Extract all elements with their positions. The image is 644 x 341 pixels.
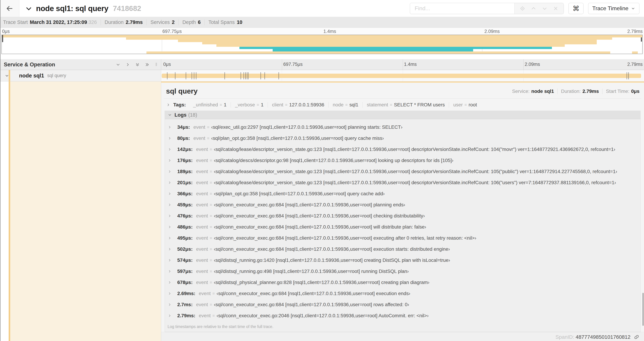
equals-sign: =: [345, 102, 348, 107]
log-event-marker: [247, 72, 247, 79]
log-row[interactable]: 495μs:event=‹sql/conn_executor_exec.go:6…: [165, 232, 640, 244]
tag-item: node=sql1: [328, 102, 362, 108]
tick-label: 0μs: [2, 29, 10, 34]
trace-collapse-chevron[interactable]: [25, 5, 32, 12]
equals-sign: =: [210, 302, 212, 307]
chevron-right-icon: [168, 192, 174, 196]
equals-sign: =: [285, 102, 288, 107]
detail-meta-label: Service:: [512, 89, 530, 94]
minimap-span-bar: [178, 40, 597, 42]
log-field-key: event: [196, 169, 208, 174]
log-field-value: ‹sql/catalog/lease/descriptor_version_st…: [214, 180, 616, 185]
column-resize-grip[interactable]: ‖: [155, 62, 158, 67]
detail-left-gutter: [0, 82, 161, 341]
deep-link-icon[interactable]: [634, 334, 640, 340]
log-field-value: ‹sql/distsql_running.go:498 [nsql1,clien…: [214, 269, 409, 274]
span-timeline-cell[interactable]: [161, 70, 644, 81]
span-detail-meta: Service:node sql1Duration:2.79msStart Ti…: [512, 89, 640, 94]
logs-label: Logs: [174, 112, 186, 118]
log-row[interactable]: 597μs:event=‹sql/distsql_running.go:498 …: [165, 266, 640, 277]
log-row[interactable]: 142μs:event=‹sql/catalog/lease/descripto…: [165, 144, 640, 155]
expand-all-icon[interactable]: [144, 62, 150, 67]
log-row[interactable]: 502μs:event=‹sql/conn_executor_exec.go:6…: [165, 244, 640, 255]
chevron-right-icon: [168, 291, 174, 296]
collapse-one-icon[interactable]: [116, 62, 121, 67]
tag-value: SELECT * FROM users: [394, 102, 445, 108]
minimap-right-handle[interactable]: [641, 38, 642, 42]
prev-match-icon[interactable]: [530, 6, 536, 12]
span-row-name-cell[interactable]: node sql1 sql query: [0, 70, 161, 81]
log-row[interactable]: 459μs:event=‹sql/conn_executor_exec.go:6…: [165, 199, 640, 210]
keyboard-shortcuts-button[interactable]: ⌘: [568, 3, 584, 14]
span-duration-bar[interactable]: [162, 74, 641, 78]
log-row[interactable]: 476μs:event=‹sql/conn_executor_exec.go:6…: [165, 210, 640, 221]
log-row[interactable]: 2.69ms:event=‹sql/conn_executor_exec.go:…: [165, 288, 640, 299]
vertical-scrollbar[interactable]: [642, 293, 644, 326]
log-field-value: ‹sql/conn_executor_exec.go:684 [nsql1,cl…: [214, 213, 425, 219]
minimap-span-bar: [146, 52, 610, 54]
equals-sign: =: [210, 202, 212, 207]
detail-meta-label: Start Time:: [606, 89, 629, 94]
span-row[interactable]: node sql1 sql query: [0, 70, 644, 82]
log-field-value: ‹sql/conn_executor_exec.go:684 [nsql1,cl…: [214, 224, 426, 230]
focus-target-icon[interactable]: [520, 6, 526, 12]
log-row[interactable]: 574μs:event=‹sql/distsql_running.go:1420…: [165, 255, 640, 266]
log-list: 34μs:event=‹sql/exec_util.go:2297 [nsql1…: [165, 119, 640, 322]
log-timestamp: 678μs:: [177, 280, 193, 285]
log-field-key: event: [196, 158, 208, 163]
tag-key: _unfinished: [193, 102, 218, 108]
chevron-right-icon: [168, 214, 174, 218]
chevron-right-icon: [168, 314, 174, 318]
log-field-key: event: [199, 313, 211, 318]
tag-value: 127.0.0.1:59936: [289, 102, 324, 108]
tags-label: Tags:: [173, 102, 186, 108]
clear-find-icon[interactable]: [553, 6, 559, 12]
back-button[interactable]: [0, 0, 20, 17]
view-selector-button[interactable]: Trace Timeline: [588, 3, 640, 14]
logs-toggle-header[interactable]: Logs (18): [165, 111, 640, 119]
log-timestamp: 201μs:: [177, 180, 193, 185]
log-field-value: ‹sql/conn_executor_exec.go:684 [nsql1,cl…: [214, 235, 476, 241]
equals-sign: =: [464, 102, 467, 107]
log-field-key: event: [196, 269, 208, 274]
log-row[interactable]: 2.7ms:event=‹sql/conn_executor_exec.go:6…: [165, 299, 640, 310]
next-match-icon[interactable]: [542, 6, 548, 12]
trace-info-value: 2.79ms: [126, 20, 143, 25]
log-row[interactable]: 2.79ms:event=‹sql/conn_executor_exec.go:…: [165, 310, 640, 321]
log-row[interactable]: 80μs:event=‹sql/plan_opt.go:358 [nsql1,c…: [165, 133, 640, 144]
log-field-key: event: [196, 302, 208, 307]
minimap-tick-labels: 0μs697.75μs1.4ms2.09ms2.79ms: [0, 28, 644, 35]
header: node sql1: sql query 7418682 ⌘ Trace Tim…: [0, 0, 644, 17]
trace-info-label: Duration: [104, 20, 124, 25]
log-field-key: event: [196, 202, 208, 208]
log-field-key: event: [196, 224, 208, 230]
log-event-marker: [628, 72, 629, 79]
log-row[interactable]: 678μs:event=‹sql/distsql_physical_planne…: [165, 277, 640, 288]
timeline-gridline: [282, 59, 282, 70]
divider: [602, 89, 602, 94]
log-field-value: ‹sql/catalog/lease/descriptor_version_st…: [214, 169, 617, 174]
collapse-all-icon[interactable]: [135, 62, 140, 67]
trace-info-item: Total Spans10: [208, 20, 242, 25]
log-event-marker: [192, 72, 192, 79]
log-row[interactable]: 34μs:event=‹sql/exec_util.go:2297 [nsql1…: [165, 122, 640, 133]
log-row[interactable]: 486μs:event=‹sql/conn_executor_exec.go:6…: [165, 221, 640, 232]
minimap-span-bar: [126, 38, 612, 40]
tick-label: 1.4ms: [324, 29, 336, 34]
log-row[interactable]: 189μs:event=‹sql/catalog/lease/descripto…: [165, 166, 640, 177]
log-timestamp: 495μs:: [177, 235, 193, 241]
minimap-canvas[interactable]: [2, 35, 642, 54]
log-event-marker: [264, 72, 265, 79]
log-event-marker: [248, 72, 248, 79]
log-row[interactable]: 176μs:event=‹sql/catalog/descs/descripto…: [165, 155, 640, 166]
log-row[interactable]: 201μs:event=‹sql/catalog/lease/descripto…: [165, 177, 640, 188]
expand-one-icon[interactable]: [125, 62, 130, 67]
log-field-key: event: [199, 291, 211, 296]
find-input[interactable]: [410, 3, 514, 14]
log-row[interactable]: 366μs:event=‹sql/plan_opt.go:358 [nsql1,…: [165, 188, 640, 199]
minimap-left-handle[interactable]: [2, 35, 3, 42]
equals-sign: =: [210, 225, 212, 229]
tags-toggle-row[interactable]: Tags: _unfinished=1_verbose=1client=127.…: [161, 99, 644, 111]
tag-value: root: [469, 102, 477, 108]
trace-info-item: Depth6: [182, 20, 201, 25]
